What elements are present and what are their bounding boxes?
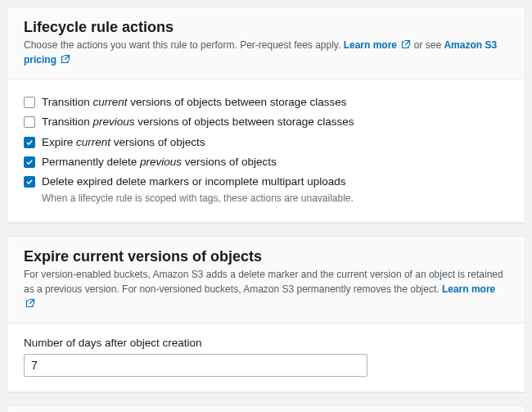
checkbox-label-wrap: Expire current versions of objects <box>42 134 205 151</box>
checkbox-label[interactable]: Transition previous versions of objects … <box>42 115 354 128</box>
subtitle-text: For version-enabled buckets, Amazon S3 a… <box>24 269 503 295</box>
expire-current-panel: Expire current versions of objects For v… <box>7 236 525 392</box>
checkbox-row: Permanently delete previous versions of … <box>24 152 508 172</box>
checkbox-label-wrap: Delete expired delete markers or incompl… <box>42 174 354 206</box>
panel-title: Expire current versions of objects <box>24 248 508 265</box>
checkbox-row: Transition current versions of objects b… <box>24 93 508 112</box>
checkbox[interactable] <box>24 116 35 128</box>
external-link-icon <box>25 298 35 308</box>
checkbox[interactable] <box>24 97 35 108</box>
panel-title: Lifecycle rule actions <box>24 19 508 36</box>
checkbox[interactable] <box>24 176 35 188</box>
panel-header: Permanently delete previous versions of … <box>7 406 525 412</box>
field-label: Number of days after object creation <box>24 337 508 349</box>
checkbox[interactable] <box>24 137 35 148</box>
checkbox[interactable] <box>24 156 35 168</box>
panel-subtitle: Choose the actions you want this rule to… <box>24 38 508 67</box>
checkbox-row: Expire current versions of objects <box>24 133 508 152</box>
panel-body: Transition current versions of objects b… <box>7 79 525 222</box>
days-after-creation-input[interactable] <box>24 354 367 377</box>
checkbox-row: Transition previous versions of objects … <box>24 112 508 132</box>
external-link-icon <box>401 39 411 49</box>
checkbox-hint: When a lifecycle rule is scoped with tag… <box>42 191 354 206</box>
panel-body: Number of days after object creation <box>7 324 525 392</box>
checkbox-label[interactable]: Delete expired delete markers or incompl… <box>42 175 345 188</box>
checkbox-label[interactable]: Permanently delete previous versions of … <box>42 156 277 168</box>
panel-header: Expire current versions of objects For v… <box>7 237 525 324</box>
panel-header: Lifecycle rule actions Choose the action… <box>7 7 525 79</box>
checkbox-label-wrap: Transition current versions of objects b… <box>42 94 346 111</box>
learn-more-link[interactable]: Learn more <box>344 39 412 51</box>
checkbox-label[interactable]: Transition current versions of objects b… <box>42 96 346 108</box>
external-link-icon <box>61 54 70 64</box>
checkbox-label[interactable]: Expire current versions of objects <box>42 136 205 148</box>
checkbox-label-wrap: Permanently delete previous versions of … <box>42 154 277 170</box>
checkbox-label-wrap: Transition previous versions of objects … <box>42 114 354 130</box>
checkbox-row: Delete expired delete markers or incompl… <box>24 172 508 207</box>
subtitle-text: Choose the actions you want this rule to… <box>24 39 344 51</box>
delete-previous-panel: Permanently delete previous versions of … <box>7 405 525 412</box>
lifecycle-rule-actions-panel: Lifecycle rule actions Choose the action… <box>7 7 525 223</box>
panel-subtitle: For version-enabled buckets, Amazon S3 a… <box>24 267 508 311</box>
or-see-text: or see <box>414 39 444 51</box>
